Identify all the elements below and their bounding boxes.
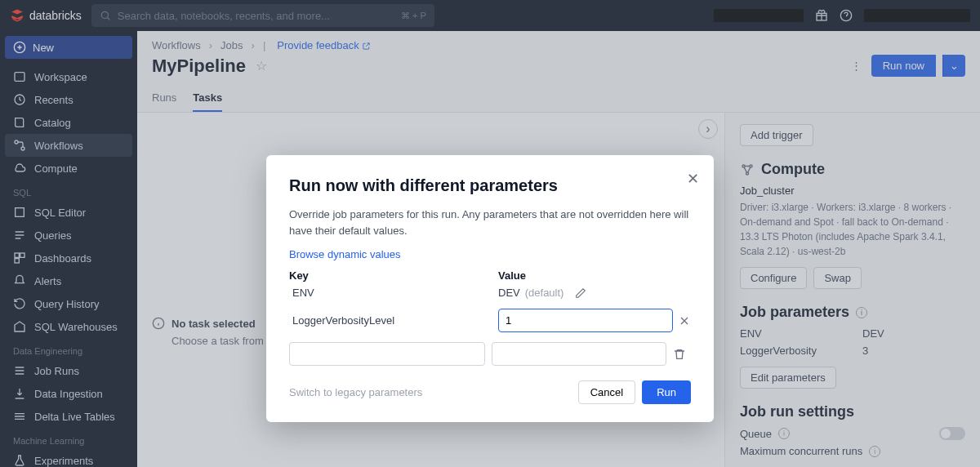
modal-title: Run now with different parameters (289, 176, 691, 195)
modal-footer: Switch to legacy parameters Cancel Run (289, 380, 691, 404)
new-value-input[interactable] (492, 342, 666, 366)
param-key: ENV (289, 287, 492, 299)
param-header: KeyValue (289, 269, 691, 282)
trash-icon[interactable] (673, 348, 686, 361)
run-params-modal: ✕ Run now with different parameters Over… (266, 155, 714, 422)
param-value: DEV (498, 287, 520, 299)
new-key-input[interactable] (289, 342, 485, 366)
clear-icon[interactable] (678, 314, 691, 327)
run-button[interactable]: Run (642, 380, 691, 404)
param-row-logger: LoggerVerbosityLevel (289, 309, 691, 332)
param-row-new (289, 342, 691, 366)
cancel-button[interactable]: Cancel (578, 380, 635, 404)
param-key: LoggerVerbosityLevel (289, 314, 492, 327)
modal-desc: Override job parameters for this run. An… (289, 207, 691, 238)
modal-overlay[interactable]: ✕ Run now with different parameters Over… (0, 0, 980, 467)
legacy-link[interactable]: Switch to legacy parameters (289, 386, 422, 398)
param-value-input[interactable] (498, 309, 673, 332)
pencil-icon[interactable] (575, 287, 586, 299)
close-button[interactable]: ✕ (687, 170, 699, 188)
browse-dynamic-link[interactable]: Browse dynamic values (289, 248, 401, 260)
param-row-env: ENV DEV (default) (289, 287, 691, 299)
